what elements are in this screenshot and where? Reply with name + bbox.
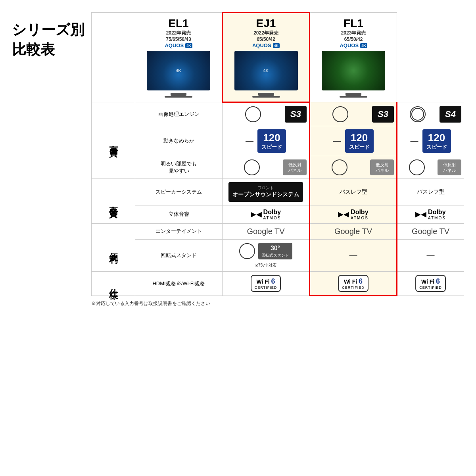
el1-motion: — 120 スピード: [223, 126, 310, 156]
ej1-google-tv: Google TV: [334, 227, 372, 236]
ej1-series: EJ1: [227, 17, 305, 30]
fl1-speaker-text: バスレフ型: [417, 188, 445, 195]
category-specs: 仕様: [92, 271, 135, 296]
table-row: 便利 エンターテイメント Google TV Google TV Google …: [92, 223, 464, 239]
el1-rotation-circle: [239, 243, 255, 259]
el1-dolby-badge: ▶◀ Dolby ATMOS: [251, 209, 281, 220]
fl1-panel-badge: 低反射パネル: [438, 159, 461, 176]
table-row: 仕様 HDMI規格※/Wi-Fi規格 Wi Fi 6 CERTIFIED: [92, 271, 464, 296]
fl1-rotation-dash: —: [427, 251, 435, 260]
engine-label: 画像処理エンジン: [135, 102, 223, 126]
category-high-audio: 高音質: [92, 179, 135, 224]
el1-speaker: フロント オープンサウンドシステム: [223, 179, 310, 205]
fl1-wifi: Wi Fi 6 CERTIFIED: [397, 271, 464, 296]
fl1-motion: — 120 スピード: [397, 126, 464, 156]
el1-motion-dash: —: [246, 136, 253, 146]
spatial-label: 立体音響: [135, 205, 223, 223]
ej1-speed-badge: 120 スピード: [345, 129, 374, 153]
fl1-wifi6-badge: Wi Fi 6 CERTIFIED: [415, 275, 445, 292]
ej1-aquos-badge: AQUOS 4K: [252, 42, 280, 48]
ej1-motion: — 120 スピード: [310, 126, 397, 156]
ej1-year: 2022年発売: [227, 30, 305, 36]
el1-front-speaker-badge: フロント オープンサウンドシステム: [228, 182, 303, 202]
el1-gtv: Google TV: [223, 223, 310, 239]
el1-engine: S3: [223, 102, 310, 126]
el1-panel-badge: 低反射パネル: [283, 159, 307, 176]
ej1-motion-dash: —: [333, 136, 341, 146]
fl1-aquos-badge: AQUOS 4K: [340, 42, 367, 48]
el1-engine-badge: S3: [285, 106, 307, 123]
entertainment-label: エンターテイメント: [135, 223, 223, 239]
ej1-wifi: Wi Fi 6 CERTIFIED: [310, 271, 397, 296]
fl1-dolby-badge: ▶◀ Dolby ATMOS: [415, 209, 446, 220]
ej1-header: EJ1 2022年発売 65/50/42 AQUOS 4K 4K: [223, 13, 310, 102]
fl1-gtv: Google TV: [397, 223, 464, 239]
speaker-label: スピーカーシステム: [135, 179, 223, 205]
rotation-label: 回転式スタンド: [135, 239, 223, 271]
el1-header: EL1 2022年発売 75/65/50/43 AQUOS 4K 4K: [135, 13, 223, 102]
el1-sizes: 75/65/50/43: [139, 36, 218, 42]
fl1-dolby: ▶◀ Dolby ATMOS: [397, 205, 464, 223]
ej1-dolby-badge: ▶◀ Dolby ATMOS: [338, 209, 369, 220]
ej1-rotation: —: [310, 239, 397, 271]
motion-label: 動きなめらか: [135, 126, 223, 156]
table-row: 明るい部屋でも見やすい 低反射パネル 低反: [92, 156, 464, 179]
fl1-sizes: 65/50/42: [314, 36, 393, 42]
fl1-google-tv: Google TV: [412, 227, 449, 236]
el1-engine-circle: [245, 106, 261, 122]
ej1-gtv: Google TV: [310, 223, 397, 239]
el1-google-tv: Google TV: [247, 227, 284, 236]
fl1-header: FL1 2023年発売 65/50/42 AQUOS 4K: [310, 13, 397, 102]
table-row: 立体音響 ▶◀ Dolby ATMOS ▶◀: [92, 205, 464, 223]
ej1-panel: 低反射パネル: [310, 156, 397, 179]
category-high-image: 高画質: [92, 102, 135, 179]
ej1-speaker: バスレフ型: [310, 179, 397, 205]
fl1-motion-dash: —: [411, 136, 418, 146]
ej1-speaker-text: バスレフ型: [340, 188, 367, 195]
table-row: 高画質 画像処理エンジン S3 S3: [92, 102, 464, 126]
el1-year: 2022年発売: [139, 30, 218, 36]
el1-rotation-note: ※75v非対応: [255, 263, 276, 268]
fl1-rotation: —: [397, 239, 464, 271]
table-row: 高音質 スピーカーシステム フロント オープンサウンドシステム バスレフ型 バス…: [92, 179, 464, 205]
fl1-panel-circle: [409, 159, 425, 175]
ej1-wifi6-badge: Wi Fi 6 CERTIFIED: [338, 275, 368, 292]
el1-panel: 低反射パネル: [223, 156, 310, 179]
el1-dolby: ▶◀ Dolby ATMOS: [223, 205, 310, 223]
ej1-engine-badge: S3: [372, 106, 394, 123]
footer-note: ※対応している入力番号は取扱説明書をご確認ください: [91, 300, 464, 307]
panel-label: 明るい部屋でも見やすい: [135, 156, 223, 179]
hdmi-wifi-label: HDMI規格※/Wi-Fi規格: [135, 271, 223, 296]
fl1-panel: 低反射パネル: [397, 156, 464, 179]
ej1-rotation-dash: —: [349, 251, 357, 260]
el1-speed-badge: 120 スピード: [257, 129, 286, 153]
fl1-engine: S4: [397, 102, 464, 126]
category-convenient: 便利: [92, 223, 135, 271]
ej1-dolby: ▶◀ Dolby ATMOS: [310, 205, 397, 223]
fl1-year: 2023年発売: [314, 30, 393, 36]
el1-panel-circle: [244, 159, 260, 175]
fl1-speed-badge: 120 スピード: [422, 129, 451, 153]
fl1-engine-badge: S4: [440, 106, 461, 123]
fl1-series: FL1: [314, 17, 393, 30]
fl1-speaker: バスレフ型: [397, 179, 464, 205]
el1-wifi: Wi Fi 6 CERTIFIED: [223, 271, 310, 296]
el1-rotation: 30° 回転式スタンド ※75v非対応: [223, 239, 310, 271]
ej1-engine: S3: [310, 102, 397, 126]
el1-series: EL1: [139, 17, 218, 30]
el1-rotation-badge: 30° 回転式スタンド: [258, 243, 292, 259]
el1-aquos-badge: AQUOS 4K: [165, 42, 192, 48]
el1-wifi6-badge: Wi Fi 6 CERTIFIED: [251, 275, 281, 292]
fl1-engine-circle: [410, 106, 426, 122]
ej1-panel-badge: 低反射パネル: [370, 159, 394, 176]
page-title: シリーズ別 比較表: [12, 20, 84, 60]
ej1-sizes: 65/50/42: [227, 36, 305, 42]
table-row: 回転式スタンド 30° 回転式スタンド ※75v非対応: [92, 239, 464, 271]
ej1-engine-circle: [332, 106, 348, 122]
table-row: 動きなめらか — 120 スピード —: [92, 126, 464, 156]
ej1-panel-circle: [332, 159, 347, 175]
